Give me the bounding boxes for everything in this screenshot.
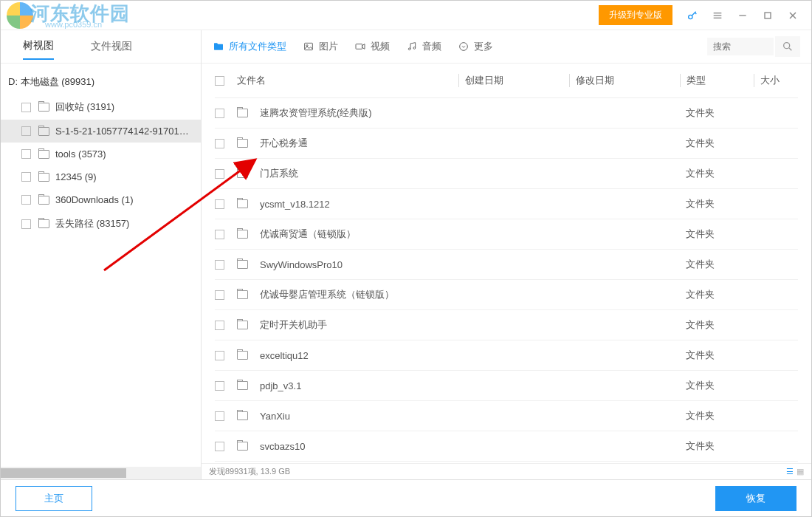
- minimize-icon[interactable]: [730, 3, 755, 28]
- folder-icon: [38, 196, 49, 205]
- file-name: exceltiqu12: [260, 350, 309, 361]
- tree-item-label: 12345 (9): [55, 171, 97, 182]
- row-checkbox[interactable]: [215, 109, 224, 118]
- scrollbar-thumb[interactable]: [1, 468, 126, 478]
- tree-item[interactable]: 12345 (9): [1, 165, 201, 188]
- tree-item-label: 丢失路径 (83157): [55, 217, 129, 230]
- menu-icon[interactable]: [705, 3, 730, 28]
- tree-checkbox[interactable]: [21, 126, 31, 136]
- select-all-checkbox[interactable]: [215, 76, 224, 86]
- table-row[interactable]: 门店系统文件夹: [215, 159, 798, 189]
- file-name: svcbazs10: [260, 441, 305, 452]
- column-created[interactable]: 创建日期: [458, 74, 569, 87]
- folder-icon: [38, 103, 49, 112]
- cell-type: 文件夹: [680, 137, 754, 150]
- row-checkbox[interactable]: [215, 290, 224, 300]
- table-row[interactable]: 优诚母婴店管理系统（链锁版）文件夹: [215, 280, 798, 310]
- search-button[interactable]: [775, 36, 800, 57]
- grid-view-icon[interactable]: ▦: [796, 467, 804, 476]
- table-row[interactable]: 速腾农资管理系统(经典版)文件夹: [215, 98, 798, 129]
- key-icon[interactable]: [680, 3, 705, 28]
- table-row[interactable]: exceltiqu12文件夹: [215, 340, 798, 371]
- folder-icon: [237, 411, 248, 420]
- column-size[interactable]: 大小: [754, 74, 798, 87]
- file-name: 速腾农资管理系统(经典版): [260, 106, 372, 120]
- tab-tree-view[interactable]: 树视图: [23, 39, 54, 60]
- table-row[interactable]: svcbazs10文件夹: [215, 431, 798, 462]
- row-checkbox[interactable]: [215, 169, 224, 179]
- audio-icon: [406, 41, 418, 52]
- svg-rect-10: [356, 44, 362, 49]
- row-checkbox[interactable]: [215, 260, 224, 270]
- svg-point-14: [784, 43, 790, 49]
- row-checkbox[interactable]: [215, 230, 224, 239]
- table-row[interactable]: 优诚商贸通（链锁版）文件夹: [215, 219, 798, 250]
- cell-type: 文件夹: [680, 379, 754, 392]
- cell-type: 文件夹: [680, 197, 754, 210]
- column-type[interactable]: 类型: [680, 74, 754, 87]
- row-checkbox[interactable]: [215, 411, 224, 421]
- cell-type: 文件夹: [680, 227, 754, 241]
- tree-checkbox[interactable]: [21, 219, 31, 229]
- cell-type: 文件夹: [680, 288, 754, 301]
- folder-icon: [237, 321, 248, 329]
- content: 所有文件类型 图片 视频 音频 更多: [202, 30, 811, 479]
- table-row[interactable]: SwyWindowsPro10文件夹: [215, 250, 798, 280]
- titlebar-left: 河东软件园 www.pc0359.cn: [1, 2, 33, 29]
- filter-label: 音频: [422, 40, 441, 53]
- upgrade-button[interactable]: 升级到专业版: [599, 5, 672, 25]
- row-checkbox[interactable]: [215, 351, 224, 360]
- filter-label: 更多: [474, 40, 493, 53]
- sidebar: 树视图 文件视图 D: 本地磁盘 (89931) 回收站 (3191)S-1-5…: [1, 30, 202, 479]
- table-row[interactable]: ycsmt_v18.1212文件夹: [215, 189, 798, 219]
- tree-checkbox[interactable]: [21, 103, 31, 112]
- list-view-icon[interactable]: ☰: [786, 467, 794, 476]
- filter-all[interactable]: 所有文件类型: [213, 40, 286, 53]
- folder-icon: [237, 442, 248, 451]
- filter-more[interactable]: 更多: [458, 40, 493, 53]
- home-button[interactable]: 主页: [16, 486, 92, 511]
- tree-root[interactable]: D: 本地磁盘 (89931): [1, 69, 201, 95]
- table-row[interactable]: YanXiu文件夹: [215, 401, 798, 431]
- svg-rect-5: [765, 13, 771, 18]
- tree-checkbox[interactable]: [21, 195, 31, 205]
- column-modified[interactable]: 修改日期: [569, 74, 680, 87]
- tree-checkbox[interactable]: [21, 172, 31, 182]
- table-row[interactable]: pdjb_v3.1文件夹: [215, 371, 798, 401]
- row-checkbox[interactable]: [215, 321, 224, 330]
- maximize-icon[interactable]: [755, 3, 780, 28]
- filter-audio[interactable]: 音频: [406, 40, 441, 53]
- table-row[interactable]: 定时开关机助手文件夹: [215, 310, 798, 340]
- tree-item[interactable]: 360Downloads (1): [1, 188, 201, 211]
- status-text: 发现89931项, 13.9 GB: [209, 466, 290, 477]
- filter-video[interactable]: 视频: [354, 40, 390, 53]
- filter-label: 图片: [319, 40, 338, 53]
- svg-point-13: [460, 43, 468, 51]
- recover-button[interactable]: 恢复: [715, 486, 796, 511]
- search-icon: [782, 41, 794, 52]
- row-checkbox[interactable]: [215, 139, 224, 148]
- tab-file-view[interactable]: 文件视图: [91, 40, 132, 59]
- row-checkbox[interactable]: [215, 199, 224, 209]
- filter-image[interactable]: 图片: [303, 40, 338, 53]
- file-name: 开心税务通: [260, 137, 308, 150]
- image-icon: [303, 41, 314, 52]
- table-row[interactable]: 开心税务通文件夹: [215, 129, 798, 159]
- folder-icon: [237, 230, 248, 239]
- tree-item[interactable]: tools (3573): [1, 143, 201, 165]
- tree-item[interactable]: 回收站 (3191): [1, 95, 201, 120]
- folder-icon: [38, 150, 49, 159]
- folder-icon: [237, 109, 248, 117]
- tree-item[interactable]: S-1-5-21-1057774142-91701807: [1, 120, 201, 143]
- watermark-url: www.pc0359.cn: [45, 20, 102, 29]
- sidebar-horizontal-scrollbar[interactable]: [1, 467, 201, 479]
- tree-checkbox[interactable]: [21, 149, 31, 159]
- row-checkbox[interactable]: [215, 381, 224, 391]
- file-name: ycsmt_v18.1212: [260, 199, 330, 210]
- search-input[interactable]: [707, 38, 774, 55]
- close-icon[interactable]: [780, 3, 805, 28]
- status-bar: 发现89931项, 13.9 GB ☰ ▦: [202, 463, 811, 479]
- column-name[interactable]: 文件名: [237, 74, 458, 87]
- tree-item[interactable]: 丢失路径 (83157): [1, 211, 201, 236]
- row-checkbox[interactable]: [215, 442, 224, 451]
